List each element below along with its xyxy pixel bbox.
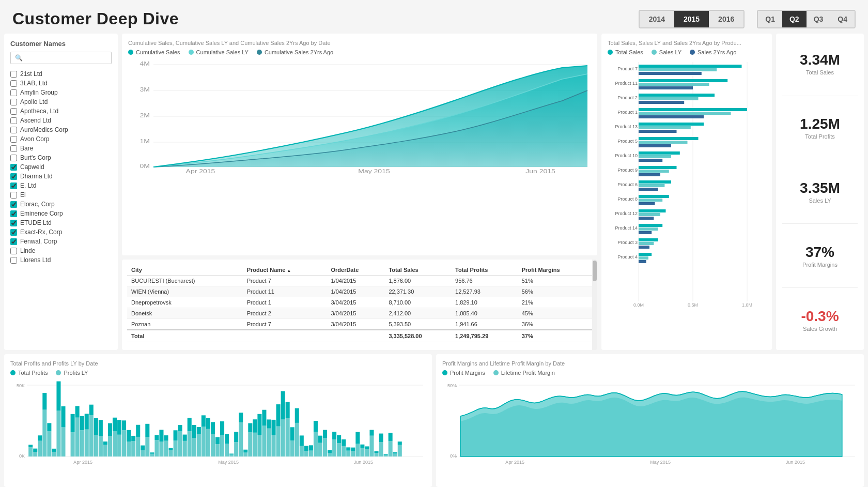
- customer-item[interactable]: Apotheca, Ltd: [10, 106, 112, 116]
- q3-button[interactable]: Q3: [807, 11, 831, 27]
- customer-checkbox[interactable]: [10, 210, 17, 217]
- customer-checkbox[interactable]: [10, 238, 17, 245]
- customer-item[interactable]: Linde: [10, 246, 112, 255]
- customer-checkbox[interactable]: [10, 220, 17, 226]
- svg-rect-44: [639, 151, 680, 155]
- line-chart-panel: Cumulative Sales, Cumulative Sales LY an…: [122, 34, 597, 255]
- svg-rect-68: [639, 238, 658, 241]
- svg-rect-140: [169, 448, 173, 450]
- table-scrollbar[interactable]: [592, 260, 597, 350]
- customer-item[interactable]: Ei: [10, 190, 112, 200]
- customer-item[interactable]: 21st Ltd: [10, 69, 112, 79]
- total-profits: 1,249,795.29: [451, 330, 518, 342]
- customer-item[interactable]: Capweld: [10, 162, 112, 172]
- customer-name: Llorens Ltd: [20, 256, 51, 264]
- search-input[interactable]: [25, 54, 107, 62]
- customer-item[interactable]: Avon Corp: [10, 134, 112, 144]
- svg-rect-220: [355, 432, 360, 444]
- svg-rect-97: [71, 432, 75, 456]
- customer-item[interactable]: Bare: [10, 144, 112, 153]
- kpi-total-sales: 3.34M Total Sales: [782, 52, 858, 75]
- svg-rect-223: [365, 449, 369, 456]
- svg-rect-191: [290, 440, 295, 456]
- customer-checkbox[interactable]: [10, 201, 17, 208]
- kpi-sales-ly: 3.35M Sales LY: [782, 180, 858, 204]
- customer-item[interactable]: Burt's Corp: [10, 153, 112, 162]
- svg-rect-233: [389, 441, 393, 456]
- customer-checkbox[interactable]: [10, 173, 17, 180]
- table-cell-sales: 5,393.50: [384, 319, 451, 330]
- customer-item[interactable]: Exact-Rx, Corp: [10, 227, 112, 237]
- customer-item[interactable]: 3LAB, Ltd: [10, 79, 112, 88]
- col-margins[interactable]: Profit Margins: [518, 265, 592, 276]
- kpi-total-profits-value: 1.25M: [782, 116, 858, 132]
- customer-checkbox[interactable]: [10, 117, 17, 124]
- svg-rect-25: [639, 83, 709, 86]
- svg-rect-227: [375, 453, 379, 456]
- svg-rect-156: [206, 418, 210, 429]
- customer-item[interactable]: Llorens Ltd: [10, 255, 112, 265]
- customer-item[interactable]: E. Ltd: [10, 181, 112, 190]
- customer-checkbox[interactable]: [10, 164, 17, 171]
- svg-text:Product 6: Product 6: [617, 182, 638, 187]
- customer-item[interactable]: Ascend Ltd: [10, 116, 112, 125]
- customer-checkbox[interactable]: [10, 145, 17, 152]
- q1-button[interactable]: Q1: [758, 11, 782, 27]
- customer-checkbox[interactable]: [10, 71, 17, 78]
- svg-text:Product 5: Product 5: [617, 139, 638, 144]
- customer-item[interactable]: Apollo Ltd: [10, 97, 112, 106]
- customer-checkbox[interactable]: [10, 80, 17, 87]
- svg-text:Product 11: Product 11: [615, 81, 638, 86]
- customer-checkbox[interactable]: [10, 182, 17, 189]
- col-profits[interactable]: Total Profits: [451, 265, 518, 276]
- customer-checkbox[interactable]: [10, 127, 17, 133]
- svg-rect-230: [379, 434, 383, 443]
- customer-name: Amylin Group: [20, 89, 58, 96]
- total-margin: 37%: [518, 330, 592, 342]
- year-2014-button[interactable]: 2014: [640, 11, 674, 27]
- customer-checkbox[interactable]: [10, 155, 17, 161]
- customer-checkbox[interactable]: [10, 99, 17, 105]
- search-box[interactable]: 🔍: [10, 52, 112, 64]
- customer-checkbox[interactable]: [10, 257, 17, 264]
- customer-checkbox[interactable]: [10, 248, 17, 254]
- customer-item[interactable]: ETUDE Ltd: [10, 218, 112, 227]
- q2-button[interactable]: Q2: [782, 11, 807, 27]
- year-2015-button[interactable]: 2015: [674, 11, 709, 27]
- customer-item[interactable]: Dharma Ltd: [10, 172, 112, 181]
- svg-rect-163: [225, 444, 229, 456]
- svg-rect-153: [202, 427, 206, 456]
- bar-legend-2: Sales LY: [659, 49, 681, 55]
- customer-item[interactable]: Elorac, Corp: [10, 200, 112, 209]
- customer-checkbox[interactable]: [10, 89, 17, 96]
- svg-rect-131: [150, 454, 154, 456]
- sidebar-title: Customer Names: [10, 40, 112, 48]
- q4-button[interactable]: Q4: [830, 11, 855, 27]
- customer-checkbox[interactable]: [10, 136, 17, 143]
- col-product[interactable]: Product Name: [243, 265, 327, 276]
- customer-item[interactable]: AuroMedics Corp: [10, 125, 112, 134]
- customer-item[interactable]: Amylin Group: [10, 88, 112, 97]
- svg-rect-70: [639, 246, 649, 249]
- col-sales[interactable]: Total Sales: [384, 265, 451, 276]
- col-city[interactable]: City: [127, 265, 243, 276]
- customer-name: Elorac, Corp: [20, 201, 55, 208]
- kpi-total-profits: 1.25M Total Profits: [782, 116, 858, 140]
- svg-text:May 2015: May 2015: [218, 460, 239, 465]
- svg-rect-29: [639, 97, 699, 100]
- svg-rect-66: [639, 231, 652, 234]
- svg-rect-62: [639, 217, 654, 220]
- svg-rect-123: [131, 441, 135, 456]
- year-2016-button[interactable]: 2016: [709, 11, 743, 27]
- legend-sales-ly: Cumulative Sales LY: [189, 49, 249, 55]
- customer-item[interactable]: Fenwal, Corp: [10, 237, 112, 246]
- customer-checkbox[interactable]: [10, 192, 17, 199]
- customer-checkbox[interactable]: [10, 229, 17, 236]
- kpi-profit-margins-value: 37%: [782, 244, 858, 261]
- table-row: WIEN (Vienna)Product 111/04/201522,371.3…: [127, 286, 592, 297]
- customer-checkbox[interactable]: [10, 108, 17, 115]
- svg-rect-42: [639, 144, 671, 147]
- svg-rect-122: [127, 430, 131, 442]
- col-date[interactable]: OrderDate: [327, 265, 384, 276]
- customer-item[interactable]: Eminence Corp: [10, 209, 112, 218]
